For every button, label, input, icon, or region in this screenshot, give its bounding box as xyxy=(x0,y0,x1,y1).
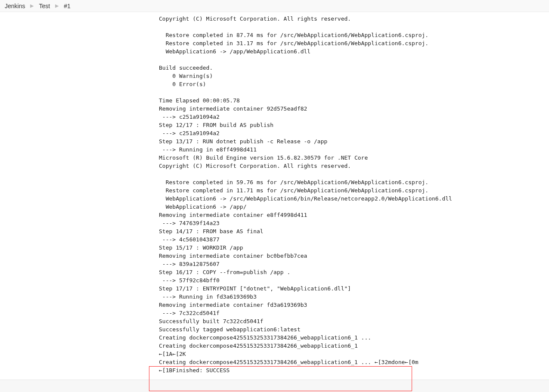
console-output: Copyright (C) Microsoft Corporation. All… xyxy=(159,15,549,374)
chevron-right-icon: ▶ xyxy=(30,3,34,9)
console-output-area: Copyright (C) Microsoft Corporation. All… xyxy=(0,12,549,380)
chevron-right-icon: ▶ xyxy=(55,3,59,9)
breadcrumb-link-test[interactable]: Test xyxy=(39,3,50,9)
breadcrumb-link-build[interactable]: #1 xyxy=(64,3,71,9)
breadcrumb: Jenkins ▶ Test ▶ #1 xyxy=(0,0,549,12)
breadcrumb-link-jenkins[interactable]: Jenkins xyxy=(5,3,25,9)
